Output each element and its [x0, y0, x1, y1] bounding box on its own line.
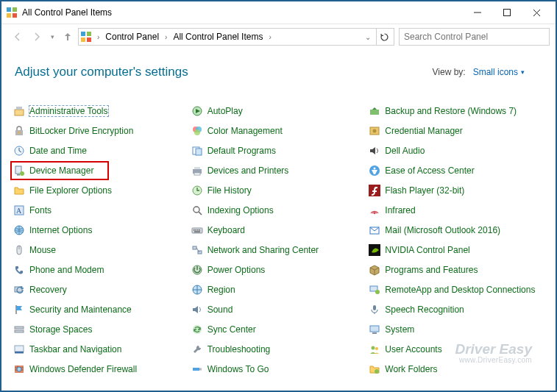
item-phone-modem[interactable]: Phone and Modem	[13, 263, 188, 277]
item-nvidia[interactable]: NVIDIA Control Panel	[369, 243, 544, 257]
breadcrumb[interactable]: › Control Panel › All Control Panel Item…	[78, 28, 394, 46]
item-programs-features[interactable]: Programs and Features	[369, 263, 544, 277]
item-windows-defender-firewall[interactable]: Windows Defender Firewall	[13, 363, 188, 376]
item-work-folders[interactable]: Work Folders	[369, 363, 544, 376]
search-input[interactable]	[402, 31, 546, 43]
item-date-time[interactable]: Date and Time	[13, 144, 188, 157]
chevron-right-icon[interactable]: ›	[266, 32, 273, 43]
drive-icon	[13, 324, 25, 335]
safe-icon	[369, 125, 380, 137]
item-sound[interactable]: Sound	[191, 303, 366, 316]
svg-rect-3	[13, 13, 17, 18]
item-devices-printers[interactable]: Devices and Printers	[191, 164, 366, 177]
svg-point-42	[194, 207, 199, 213]
item-color-management[interactable]: Color Management	[191, 124, 366, 138]
breadcrumb-seg-all-items[interactable]: All Control Panel Items	[171, 30, 265, 43]
svg-point-88	[375, 369, 379, 374]
item-flash-player[interactable]: Flash Player (32-bit)	[369, 184, 544, 197]
flash-icon	[369, 185, 380, 196]
item-file-explorer-options[interactable]: File Explorer Options	[13, 184, 188, 197]
svg-rect-11	[87, 38, 91, 42]
item-region[interactable]: Region	[191, 283, 366, 296]
search-box[interactable]	[399, 28, 550, 46]
svg-rect-76	[15, 346, 24, 352]
item-speech-recognition[interactable]: Speech Recognition	[369, 303, 544, 316]
item-taskbar-navigation[interactable]: Taskbar and Navigation	[13, 343, 188, 356]
forward-button[interactable]	[28, 28, 46, 46]
item-security-maintenance[interactable]: Security and Maintenance	[13, 303, 188, 316]
breadcrumb-seg-control-panel[interactable]: Control Panel	[103, 30, 161, 43]
item-network-sharing[interactable]: Network and Sharing Center	[191, 243, 366, 257]
item-internet-options[interactable]: Internet Options	[13, 224, 188, 237]
back-button[interactable]	[9, 28, 26, 46]
item-bitlocker[interactable]: BitLocker Drive Encryption	[13, 124, 188, 138]
svg-rect-31	[17, 174, 20, 176]
view-by: View by: Small icons ▾	[433, 67, 525, 77]
flag-icon	[13, 304, 25, 316]
svg-marker-29	[370, 147, 375, 154]
item-storage-spaces[interactable]: Storage Spaces	[13, 323, 188, 336]
chevron-right-icon[interactable]: ›	[163, 32, 169, 43]
item-default-programs[interactable]: Default Programs	[191, 144, 366, 157]
item-file-history[interactable]: File History	[191, 184, 366, 197]
item-ease-of-access[interactable]: Ease of Access Center	[369, 164, 544, 177]
power-icon	[191, 264, 203, 276]
item-infrared[interactable]: Infrared	[369, 204, 544, 217]
svg-rect-71	[15, 327, 24, 329]
region-icon	[191, 284, 203, 296]
fonts-icon: A	[13, 204, 25, 216]
item-credential-manager[interactable]: Credential Manager	[369, 124, 544, 138]
item-mouse[interactable]: Mouse	[13, 243, 188, 257]
item-power-options[interactable]: Power Options	[191, 263, 366, 277]
chevron-right-icon[interactable]: ›	[95, 32, 102, 43]
mouse-icon	[13, 244, 25, 256]
mail-icon	[369, 224, 380, 236]
svg-rect-47	[194, 229, 195, 231]
svg-rect-13	[16, 107, 22, 110]
item-autoplay[interactable]: AutoPlay	[191, 104, 366, 118]
minimize-button[interactable]	[463, 2, 492, 23]
item-backup-restore[interactable]: Backup and Restore (Windows 7)	[369, 104, 544, 118]
breadcrumb-dropdown[interactable]: ⌄	[361, 33, 375, 41]
item-windows-to-go[interactable]: Windows To Go	[191, 363, 366, 376]
history-icon	[191, 185, 203, 196]
item-mail[interactable]: Mail (Microsoft Outlook 2016)	[369, 224, 544, 237]
ease-icon	[369, 165, 380, 177]
refresh-button[interactable]	[376, 29, 392, 45]
item-administrative-tools[interactable]: Administrative Tools	[13, 104, 188, 118]
close-button[interactable]	[522, 2, 551, 23]
firewall-icon	[13, 363, 25, 375]
item-keyboard[interactable]: Keyboard	[191, 224, 366, 237]
item-system[interactable]: System	[369, 323, 544, 336]
svg-rect-55	[193, 246, 196, 249]
svg-point-78	[372, 346, 375, 350]
folder-icon	[13, 185, 25, 196]
item-device-manager[interactable]: Device Manager	[13, 164, 188, 177]
item-remoteapp[interactable]: RemoteApp and Desktop Connections	[369, 283, 544, 296]
svg-rect-35	[194, 173, 200, 175]
view-by-label: View by:	[433, 67, 466, 77]
item-fonts[interactable]: AFonts	[13, 204, 188, 217]
item-troubleshooting[interactable]: Troubleshooting	[191, 343, 366, 356]
item-recovery[interactable]: Recovery	[13, 283, 188, 296]
recent-dropdown[interactable]: ▾	[47, 28, 57, 46]
svg-point-37	[374, 168, 376, 170]
svg-marker-68	[193, 306, 198, 313]
clock-icon	[13, 145, 25, 157]
up-button[interactable]	[59, 28, 77, 46]
box-icon	[369, 264, 380, 276]
globe-icon	[13, 224, 25, 236]
item-indexing-options[interactable]: Indexing Options	[191, 204, 366, 217]
item-dell-audio[interactable]: Dell Audio	[369, 144, 544, 157]
color-icon	[191, 125, 203, 137]
view-by-select[interactable]: Small icons ▾	[473, 67, 525, 77]
maximize-button[interactable]	[492, 2, 522, 23]
svg-rect-48	[195, 229, 196, 231]
page-title: Adjust your computer's settings	[15, 65, 433, 79]
svg-rect-50	[199, 229, 200, 231]
window-title: All Control Panel Items	[22, 7, 112, 18]
control-panel-icon	[6, 7, 18, 18]
item-sync-center[interactable]: Sync Center	[191, 323, 366, 336]
item-user-accounts[interactable]: User Accounts	[369, 343, 544, 356]
svg-rect-8	[81, 32, 85, 36]
